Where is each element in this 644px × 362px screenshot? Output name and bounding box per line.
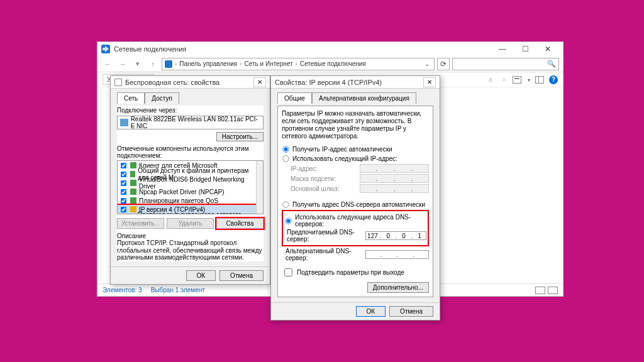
help-icon[interactable]: ? [549, 75, 558, 84]
protocol-icon [130, 206, 136, 212]
breadcrumb-2[interactable]: Сеть и Интернет [245, 60, 293, 67]
dns2-label: Альтернативный DNS-сервер: [286, 248, 365, 261]
tab-network[interactable]: Сеть [117, 92, 145, 104]
view-dropdown-icon[interactable] [526, 76, 530, 83]
breadcrumb-3[interactable]: Сетевые подключения [300, 60, 366, 67]
search-icon: 🔍 [547, 60, 556, 68]
dialog-titlebar[interactable]: Беспроводная сеть: свойства ✕ [111, 76, 270, 89]
address-dropdown[interactable]: ⌄ [423, 60, 431, 67]
scrollbar[interactable] [256, 161, 263, 214]
components-label: Отмеченные компоненты используются этим … [117, 145, 264, 159]
connect-via-label: Подключение через: [117, 107, 264, 114]
service-icon [130, 197, 136, 204]
mask-input: ... [360, 174, 429, 183]
driver-icon [130, 189, 136, 195]
forward-button[interactable]: → [116, 58, 129, 70]
toolbar-hidden-3: а [486, 74, 496, 85]
adapter-icon [120, 119, 128, 126]
tab-alt[interactable]: Альтернативная конфигурация [312, 92, 416, 104]
share-icon [130, 171, 135, 177]
view-icon[interactable] [513, 76, 521, 84]
ok-button[interactable]: ОК [186, 270, 216, 281]
ip-label: IP-адрес: [291, 165, 318, 172]
dialog-icon [114, 79, 122, 86]
gw-label: Основной шлюз: [291, 185, 339, 192]
description-title: Описание [117, 233, 264, 239]
ok-button[interactable]: ОК [356, 306, 386, 317]
validate-on-exit[interactable]: Подтвердить параметры при выходе [282, 266, 429, 278]
close-button[interactable]: ✕ [536, 42, 559, 56]
tab-access[interactable]: Доступ [145, 92, 179, 104]
component-row: Протокол мультиплексора сетевого адаптер… [118, 214, 263, 214]
status-selected: Выбран 1 элемент [151, 287, 205, 293]
breadcrumb-1[interactable]: Панель управления [179, 60, 237, 67]
ipv4-properties-dialog: Свойства: IP версии 4 (TCP/IPv4) ✕ Общие… [270, 75, 440, 321]
dropdown-history[interactable]: ▾ [131, 58, 144, 70]
dialog-title: Беспроводная сеть: свойства [125, 79, 219, 86]
nav-row: ← → ▾ ↑ › Панель управления › Сеть и Инт… [97, 56, 563, 72]
adapter-name: Realtek 8822BE Wireless LAN 802.11ac PCI… [131, 116, 260, 129]
control-panel-icon [165, 60, 172, 68]
components-list[interactable]: Клиент для сетей Microsoft Общий доступ … [117, 160, 264, 214]
dns2-input[interactable]: ... [365, 250, 429, 259]
search-box[interactable]: 🔍 [452, 58, 559, 70]
install-button[interactable]: Установить... [117, 218, 164, 229]
dns1-label: Предпочитаемый DNS-сервер: [287, 229, 365, 243]
address-bar[interactable]: › Панель управления › Сеть и Интернет › … [162, 58, 435, 70]
view-large-icon[interactable] [548, 287, 558, 294]
radio-dns-auto[interactable]: Получить адрес DNS-сервера автоматически [282, 200, 429, 209]
app-icon [101, 45, 110, 53]
cancel-button[interactable]: Отмена [389, 306, 433, 317]
radio-ip-auto[interactable]: Получить IP-адрес автоматически [282, 145, 429, 153]
toolbar-divider: » [499, 74, 509, 85]
close-button[interactable]: ✕ [423, 77, 436, 87]
ip-input: ... [360, 164, 429, 173]
view-details-icon[interactable] [535, 287, 545, 294]
remove-button: Удалить [167, 218, 214, 229]
radio-dns-manual[interactable]: Использовать следующие адреса DNS-сервер… [284, 214, 426, 228]
component-row: Планировщик пакетов QoS [118, 196, 263, 205]
gw-input: ... [360, 184, 429, 193]
configure-button[interactable]: Настроить... [216, 132, 264, 141]
mask-label: Маска подсети: [291, 175, 336, 182]
pane-icon[interactable] [535, 76, 544, 84]
window-title: Сетевые подключения [114, 45, 186, 53]
radio-ip-manual[interactable]: Использовать следующий IP-адрес: [282, 155, 429, 163]
back-button[interactable]: ← [101, 58, 114, 70]
properties-button[interactable]: Свойства [216, 218, 264, 229]
status-count: Элементов: 3 [103, 287, 142, 293]
description-text: Протокол TCP/IP. Стандартный протокол гл… [117, 239, 264, 261]
component-row: VirtualBox NDIS6 Bridged Networking Driv… [118, 178, 263, 187]
dialog-title: Свойства: IP версии 4 (TCP/IPv4) [275, 79, 382, 86]
tab-general[interactable]: Общие [277, 92, 312, 104]
client-icon [130, 162, 136, 168]
dialog-titlebar[interactable]: Свойства: IP версии 4 (TCP/IPv4) ✕ [271, 76, 440, 89]
dns1-input[interactable]: 127.0.0.1 [365, 231, 426, 240]
driver-icon [130, 180, 136, 186]
titlebar[interactable]: Сетевые подключения — ☐ ✕ [97, 42, 563, 56]
close-button[interactable]: ✕ [253, 77, 266, 87]
minimize-button[interactable]: — [491, 42, 514, 56]
refresh-button[interactable]: ⟳ [437, 58, 450, 70]
intro-text: Параметры IP можно назначать автоматичес… [282, 110, 429, 140]
advanced-button[interactable]: Дополнительно... [367, 282, 429, 293]
up-button[interactable]: ↑ [147, 58, 159, 70]
cancel-button[interactable]: Отмена [219, 270, 264, 281]
maximize-button[interactable]: ☐ [514, 42, 536, 56]
adapter-box: Realtek 8822BE Wireless LAN 802.11ac PCI… [117, 116, 264, 129]
wireless-properties-dialog: Беспроводная сеть: свойства ✕ Сеть Досту… [110, 75, 270, 285]
